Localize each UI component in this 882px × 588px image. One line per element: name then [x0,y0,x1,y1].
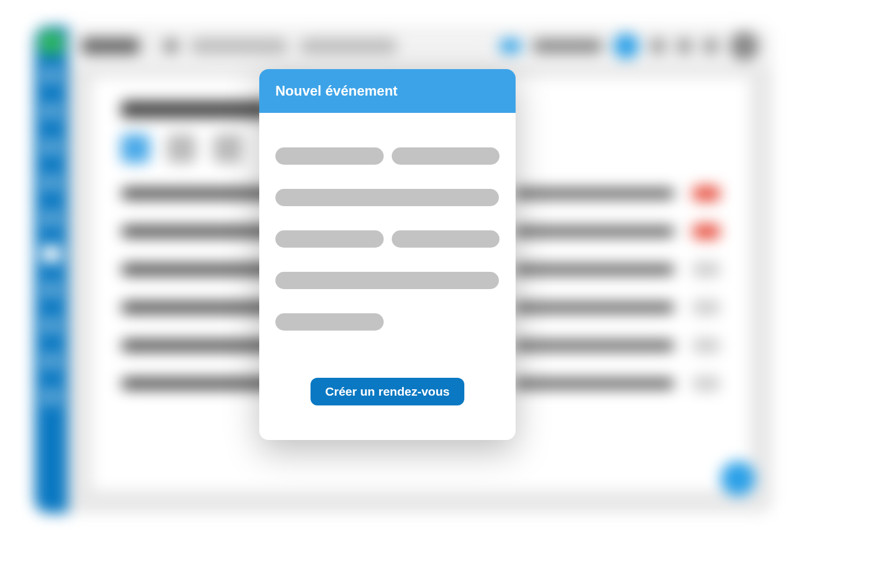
logo-icon [39,31,63,55]
sidebar-nav-icon [42,173,60,192]
topbar-pill [190,39,288,54]
create-appointment-button[interactable]: Créer un rendez-vous [311,378,465,405]
topbar-title [82,38,139,54]
topbar-small-icon [703,39,718,54]
form-field-placeholder[interactable] [275,272,499,289]
topbar-separator [151,35,152,58]
form-field-placeholder[interactable] [275,189,499,206]
topbar-avatar [730,32,759,60]
topbar-notification-icon [614,33,639,59]
sidebar-nav-icon [42,209,60,227]
form-field-placeholder[interactable] [392,230,500,248]
sidebar-nav-icon [42,316,60,335]
form-field-placeholder[interactable] [275,147,384,165]
content-heading [121,101,271,118]
content-tab-icon [213,134,242,163]
floating-action-button [721,461,755,496]
sidebar-nav-icon [42,138,60,156]
topbar-pill [300,39,398,54]
sidebar [35,26,68,513]
topbar-icon [164,39,179,54]
sidebar-nav-icon [42,245,60,263]
new-event-modal: Nouvel événement Créer un rendez-vous [259,69,516,440]
modal-header: Nouvel événement [259,69,516,113]
sidebar-nav-icon [42,66,60,85]
topbar-badge [499,39,521,53]
sidebar-nav-icon [42,280,60,299]
form-field-placeholder[interactable] [275,313,384,331]
form-field-placeholder[interactable] [275,230,384,248]
sidebar-nav-icon [42,388,60,406]
topbar [68,26,773,66]
modal-title: Nouvel événement [275,83,398,98]
content-tab-icon [167,134,196,163]
sidebar-nav-icon [42,102,60,120]
modal-body [259,113,516,378]
content-tab-icon [121,134,150,163]
sidebar-nav-icon [42,352,60,370]
form-field-placeholder[interactable] [392,147,500,165]
modal-footer: Créer un rendez-vous [259,378,516,440]
topbar-small-icon [677,39,692,54]
topbar-text [533,39,602,53]
topbar-small-icon [650,39,665,54]
